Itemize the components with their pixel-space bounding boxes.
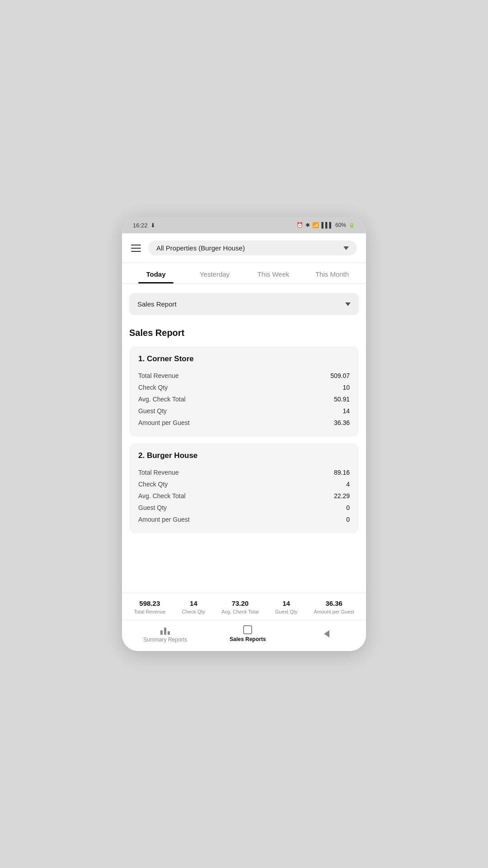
- row-value: 509.07: [330, 372, 350, 379]
- summary-check-qty-label: Check Qty: [182, 609, 205, 614]
- summary-total-revenue: 598.23 Total Revenue: [134, 599, 165, 614]
- nav-sales-reports[interactable]: Sales Reports: [230, 625, 266, 642]
- row-value: 22.29: [334, 492, 350, 500]
- row-label: Total Revenue: [138, 469, 179, 476]
- status-bar: 16:22 ⬇ ⏰ ✱ 📶 ▌▌▌ 60% 🔋: [122, 217, 366, 233]
- summary-avg-check: 73.20 Avg. Check Total: [221, 599, 258, 614]
- table-row: Guest Qty 0: [138, 502, 350, 514]
- summary-guest-qty: 14 Guest Qty: [275, 599, 298, 614]
- status-icons: ⏰ ✱ 📶 ▌▌▌ 60% 🔋: [296, 222, 355, 228]
- table-row: Amount per Guest 0: [138, 514, 350, 525]
- menu-button[interactable]: [131, 245, 141, 252]
- summary-amount-per-guest: 36.36 Amount per Guest: [314, 599, 354, 614]
- row-label: Check Qty: [138, 481, 168, 488]
- app-header: All Properties (Burger House): [122, 233, 366, 263]
- row-value: 0: [346, 504, 350, 511]
- chevron-left-icon: [324, 630, 329, 637]
- summary-avg-check-label: Avg. Check Total: [221, 609, 258, 614]
- summary-total-revenue-value: 598.23: [139, 599, 160, 607]
- table-row: Avg. Check Total 22.29: [138, 490, 350, 502]
- row-value: 10: [343, 384, 350, 391]
- row-label: Amount per Guest: [138, 419, 190, 426]
- table-row: Guest Qty 14: [138, 405, 350, 417]
- wifi-icon: 📶: [312, 222, 319, 228]
- main-content: Sales Report Sales Report 1. Corner Stor…: [122, 284, 366, 593]
- bars-icon: [160, 625, 170, 635]
- store-card-corner-store: 1. Corner Store Total Revenue 509.07 Che…: [129, 346, 359, 437]
- report-selector-dropdown[interactable]: Sales Report: [129, 293, 359, 315]
- table-row: Amount per Guest 36.36: [138, 417, 350, 429]
- table-row: Total Revenue 509.07: [138, 370, 350, 382]
- row-label: Amount per Guest: [138, 516, 190, 523]
- property-selector-text: All Properties (Burger House): [156, 244, 245, 252]
- row-value: 36.36: [334, 419, 350, 426]
- sales-report-title: Sales Report: [129, 328, 359, 338]
- summary-amount-per-guest-label: Amount per Guest: [314, 609, 354, 614]
- row-label: Guest Qty: [138, 407, 167, 415]
- row-value: 14: [343, 407, 350, 415]
- store-card-burger-house: 2. Burger House Total Revenue 89.16 Chec…: [129, 443, 359, 533]
- row-label: Guest Qty: [138, 504, 167, 511]
- signal-icon: ▌▌▌: [321, 222, 333, 228]
- row-label: Avg. Check Total: [138, 492, 186, 500]
- summary-avg-check-value: 73.20: [232, 599, 249, 607]
- nav-back[interactable]: [309, 630, 345, 637]
- summary-check-qty: 14 Check Qty: [182, 599, 205, 614]
- row-label: Avg. Check Total: [138, 396, 186, 403]
- row-value: 50.91: [334, 396, 350, 403]
- summary-check-qty-value: 14: [190, 599, 197, 607]
- store-2-name: 2. Burger House: [138, 451, 350, 460]
- tab-yesterday[interactable]: Yesterday: [185, 263, 244, 283]
- nav-summary-reports[interactable]: Summary Reports: [143, 625, 187, 643]
- report-selector-label: Sales Report: [137, 300, 177, 308]
- summary-total-revenue-label: Total Revenue: [134, 609, 165, 614]
- nav-summary-reports-label: Summary Reports: [143, 637, 187, 643]
- store-1-name: 1. Corner Store: [138, 354, 350, 363]
- summary-guest-qty-label: Guest Qty: [275, 609, 298, 614]
- battery-icon: 🔋: [348, 222, 355, 228]
- table-row: Check Qty 4: [138, 478, 350, 490]
- tab-today[interactable]: Today: [127, 263, 185, 283]
- chevron-down-icon: [343, 246, 349, 250]
- status-time-group: 16:22 ⬇: [133, 222, 155, 229]
- square-icon: [243, 625, 252, 634]
- status-time: 16:22: [133, 222, 148, 229]
- sales-report-section: Sales Report 1. Corner Store Total Reven…: [129, 328, 359, 567]
- alarm-icon: ⏰: [296, 222, 303, 228]
- tab-this-week[interactable]: This Week: [244, 263, 303, 283]
- report-dropdown-chevron: [345, 302, 351, 306]
- table-row: Avg. Check Total 50.91: [138, 393, 350, 405]
- table-row: Check Qty 10: [138, 382, 350, 393]
- row-label: Check Qty: [138, 384, 168, 391]
- download-icon: ⬇: [150, 222, 155, 229]
- tab-bar: Today Yesterday This Week This Month: [122, 263, 366, 284]
- summary-guest-qty-value: 14: [282, 599, 290, 607]
- footer-summary-bar: 598.23 Total Revenue 14 Check Qty 73.20 …: [122, 593, 366, 620]
- phone-frame: 16:22 ⬇ ⏰ ✱ 📶 ▌▌▌ 60% 🔋 All Properties (…: [122, 217, 366, 651]
- bluetooth-icon: ✱: [305, 222, 310, 228]
- table-row: Total Revenue 89.16: [138, 467, 350, 478]
- battery-percent: 60%: [335, 222, 346, 228]
- summary-amount-per-guest-value: 36.36: [325, 599, 343, 607]
- row-value: 0: [346, 516, 350, 523]
- nav-sales-reports-label: Sales Reports: [230, 636, 266, 642]
- row-label: Total Revenue: [138, 372, 179, 379]
- row-value: 4: [346, 481, 350, 488]
- bottom-navigation: Summary Reports Sales Reports: [122, 620, 366, 651]
- property-selector[interactable]: All Properties (Burger House): [148, 241, 357, 255]
- tab-this-month[interactable]: This Month: [303, 263, 361, 283]
- row-value: 89.16: [334, 469, 350, 476]
